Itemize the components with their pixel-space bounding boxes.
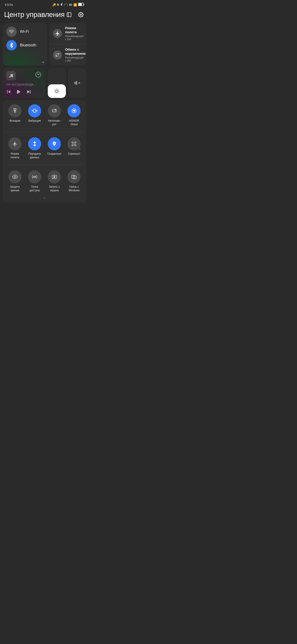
toggle-label-screenrecord: Запись с экрана bbox=[46, 185, 62, 192]
svg-marker-12 bbox=[8, 90, 10, 94]
toggle-icon-eyeprotect bbox=[8, 170, 22, 184]
prev-button[interactable] bbox=[6, 89, 11, 94]
exchange-icon-circle bbox=[53, 50, 62, 60]
row-divider bbox=[5, 132, 84, 132]
settings-button[interactable] bbox=[77, 11, 85, 19]
toggle-icon-screenshot bbox=[68, 137, 81, 150]
toggle-hotspot[interactable]: Точка доступа bbox=[25, 170, 44, 192]
wifi-bt-tile[interactable]: Wi-Fi Bluetooth bbox=[3, 23, 47, 66]
media-wave-icon[interactable] bbox=[35, 71, 42, 78]
edit-button[interactable] bbox=[65, 11, 73, 19]
toggle-icon-honorshare bbox=[68, 104, 81, 117]
svg-rect-1 bbox=[84, 4, 84, 5]
exchange-title: Обмен с окружением bbox=[65, 48, 86, 56]
svg-marker-14 bbox=[17, 90, 20, 94]
svg-line-25 bbox=[58, 89, 59, 90]
flight-mode-text: Режим полета Рекомендации с ИИ bbox=[65, 26, 84, 41]
toggle-icon-geodata bbox=[48, 137, 61, 150]
toggle-icon-screenrecord bbox=[48, 170, 61, 184]
battery-icon bbox=[78, 3, 84, 7]
svg-point-41 bbox=[34, 176, 35, 178]
media-controls bbox=[6, 89, 42, 95]
toggle-flashlight[interactable]: Фонарик bbox=[5, 104, 25, 126]
toggle-honorshare[interactable]: HONOR Share bbox=[64, 104, 84, 126]
wifi-icon-circle bbox=[6, 26, 17, 37]
svg-rect-3 bbox=[67, 13, 71, 17]
nfc-icon: N bbox=[57, 3, 59, 6]
svg-point-17 bbox=[56, 90, 58, 92]
tiles-container: Wi-Fi Bluetooth bbox=[0, 23, 89, 203]
vpn-icon: 🔑 bbox=[52, 3, 56, 6]
svg-rect-29 bbox=[14, 110, 16, 112]
toggle-screenshot[interactable]: Скриншот bbox=[64, 137, 84, 159]
toggle-datatransfer[interactable]: Передача данных bbox=[25, 137, 44, 159]
bluetooth-label: Bluetooth bbox=[20, 43, 36, 48]
svg-rect-39 bbox=[73, 143, 75, 145]
toggle-icon-autorotate bbox=[48, 104, 61, 117]
toggle-label-eyeprotect: Защита зрения bbox=[7, 185, 23, 192]
page-title: Центр управления bbox=[4, 10, 65, 19]
toggle-label-windows: Связь с Windows bbox=[66, 185, 82, 192]
status-icons: 🔑 N 📳 4G 📶 bbox=[52, 3, 84, 7]
svg-rect-31 bbox=[34, 109, 36, 112]
header-actions bbox=[65, 11, 85, 19]
toggle-autorotate[interactable]: Автопово-рот bbox=[45, 104, 64, 126]
toggles-tile: ФонарикВибрацияАвтопово-ротHONOR ShareРе… bbox=[3, 100, 86, 203]
toggle-screenrecord[interactable]: Запись с экрана bbox=[45, 170, 64, 192]
flight-icon-circle bbox=[53, 29, 62, 38]
media-tile[interactable]: Не воспроизводи... bbox=[3, 68, 46, 98]
expand-chevron[interactable]: ⌄ bbox=[5, 192, 84, 200]
media-music-icon bbox=[6, 71, 16, 80]
media-top bbox=[6, 71, 42, 80]
toggle-geodata[interactable]: Геоданные bbox=[45, 137, 64, 159]
toggle-eyeprotect[interactable]: Защита зрения bbox=[5, 170, 25, 192]
play-button[interactable] bbox=[16, 89, 22, 95]
svg-point-11 bbox=[38, 74, 39, 75]
toggle-windows[interactable]: Связь с Windows bbox=[64, 170, 84, 192]
media-row: Не воспроизводи... bbox=[3, 68, 86, 98]
wifi-item[interactable]: Wi-Fi bbox=[6, 26, 44, 37]
svg-point-40 bbox=[14, 176, 16, 178]
control-header: Центр управления bbox=[0, 8, 89, 23]
bluetooth-item[interactable]: Bluetooth bbox=[6, 40, 44, 50]
brightness-tile[interactable] bbox=[48, 68, 66, 98]
exchange-sub: Рекомендации с ИИ bbox=[65, 56, 86, 62]
toggle-label-datatransfer: Передача данных bbox=[27, 152, 43, 159]
toggle-label-geodata: Геоданные bbox=[48, 152, 61, 156]
carrier-label: YOTA bbox=[5, 3, 13, 6]
brightness-icon bbox=[53, 88, 61, 95]
vibrate-icon: 📳 bbox=[64, 3, 68, 6]
bluetooth-icon-circle bbox=[6, 40, 17, 50]
toggle-label-flightmode: Режим полета bbox=[7, 152, 23, 159]
expand-indicator bbox=[79, 148, 80, 150]
next-button[interactable] bbox=[26, 89, 31, 94]
signal-icon: 📶 bbox=[73, 3, 77, 6]
exchange-item[interactable]: Обмен с окружением Рекомендации с ИИ bbox=[49, 44, 87, 66]
svg-marker-15 bbox=[27, 90, 30, 94]
svg-point-9 bbox=[12, 76, 13, 77]
svg-marker-26 bbox=[75, 81, 77, 84]
svg-point-5 bbox=[80, 14, 82, 16]
svg-point-43 bbox=[54, 176, 55, 178]
toggle-flightmode[interactable]: Режим полета bbox=[5, 137, 25, 159]
exchange-text: Обмен с окружением Рекомендации с ИИ bbox=[65, 48, 86, 62]
expand-indicator bbox=[42, 62, 44, 63]
svg-point-37 bbox=[74, 110, 75, 111]
svg-rect-2 bbox=[79, 4, 82, 6]
status-bar: YOTA 🔑 N 📳 4G 📶 bbox=[0, 0, 89, 8]
toggle-label-hotspot: Точка доступа bbox=[27, 185, 43, 192]
toggle-label-vibration: Вибрация bbox=[28, 119, 41, 123]
bluetooth-status-icon bbox=[60, 3, 63, 7]
toggle-icon-datatransfer bbox=[28, 137, 41, 150]
toggle-icon-flightmode bbox=[8, 137, 22, 150]
svg-point-6 bbox=[11, 33, 12, 34]
toggle-vibration[interactable]: Вибрация bbox=[25, 104, 44, 126]
toggle-label-screenshot: Скриншот bbox=[68, 152, 80, 156]
flight-mode-item[interactable]: Режим полета Рекомендации с ИИ bbox=[49, 23, 87, 44]
right-tile[interactable]: Режим полета Рекомендации с ИИ Обмен с о… bbox=[49, 23, 87, 66]
svg-point-8 bbox=[9, 76, 11, 78]
toggle-icon-hotspot bbox=[28, 170, 41, 184]
svg-point-36 bbox=[72, 109, 76, 113]
flight-mode-title: Режим полета bbox=[65, 26, 84, 34]
volume-tile[interactable] bbox=[68, 68, 86, 98]
